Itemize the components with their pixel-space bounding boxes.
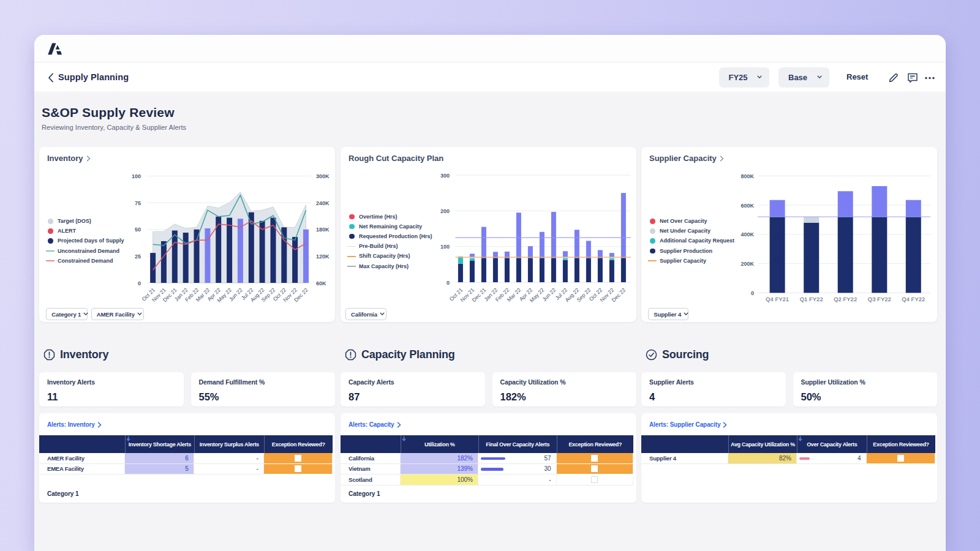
svg-text:60K: 60K (316, 280, 326, 287)
svg-text:0: 0 (447, 280, 450, 286)
svg-text:Q1 FY22: Q1 FY22 (800, 296, 823, 302)
svg-text:300K: 300K (316, 173, 330, 179)
svg-text:Q3 FY22: Q3 FY22 (868, 296, 891, 302)
svg-text:75: 75 (135, 200, 141, 206)
svg-text:200: 200 (440, 208, 450, 214)
svg-text:Q4 FY22: Q4 FY22 (902, 296, 925, 302)
svg-text:200K: 200K (741, 261, 754, 267)
svg-text:0: 0 (751, 290, 754, 296)
svg-text:240K: 240K (316, 200, 330, 206)
svg-text:120K: 120K (316, 253, 330, 260)
svg-text:800K: 800K (741, 173, 754, 179)
svg-text:400K: 400K (741, 231, 754, 238)
svg-text:600K: 600K (741, 203, 754, 209)
svg-text:Q2 FY22: Q2 FY22 (834, 296, 857, 302)
svg-text:0: 0 (138, 280, 141, 287)
svg-text:Q4 FY21: Q4 FY21 (766, 296, 789, 302)
svg-text:100: 100 (132, 173, 141, 179)
svg-text:300: 300 (440, 173, 450, 179)
svg-text:Jun 22: Jun 22 (541, 287, 557, 302)
svg-text:50: 50 (135, 227, 141, 233)
svg-text:180K: 180K (316, 227, 330, 233)
svg-text:100: 100 (440, 244, 450, 250)
svg-text:25: 25 (135, 253, 141, 260)
